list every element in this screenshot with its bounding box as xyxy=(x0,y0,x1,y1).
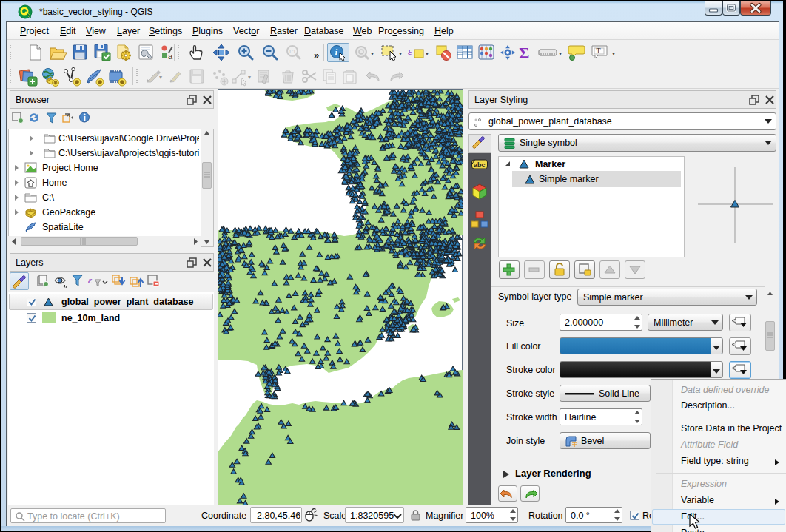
svg-text:abc: abc xyxy=(474,161,486,169)
svg-text:i: i xyxy=(335,47,338,58)
svg-text:a: a xyxy=(168,52,173,61)
svg-text:1:1: 1:1 xyxy=(289,49,296,54)
svg-text:ε: ε xyxy=(408,45,412,57)
svg-text:ε: ε xyxy=(88,275,93,286)
svg-text:T: T xyxy=(597,47,601,55)
